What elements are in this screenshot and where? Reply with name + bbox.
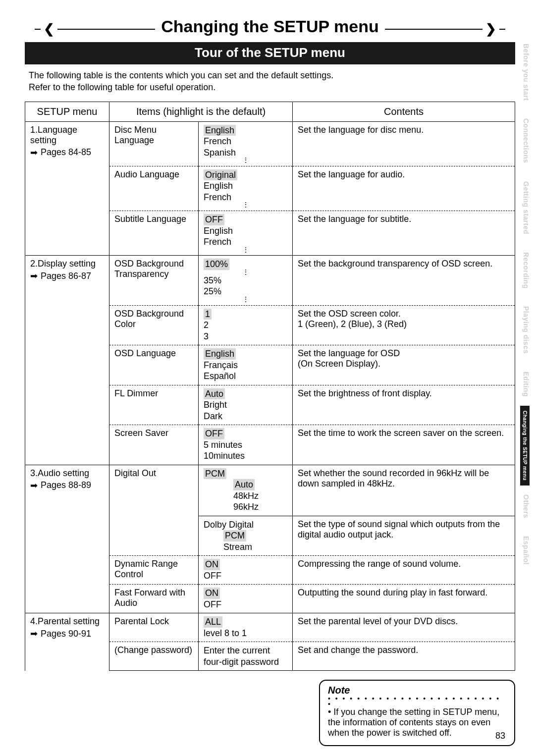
page-title-ornament: ❮ Changing the SETUP menu ❯ (35, 15, 505, 38)
tab-editing: Editing (520, 363, 532, 406)
tab-connections: Connections (520, 109, 532, 172)
note-body: If you change the setting in SETUP menu,… (328, 707, 499, 738)
note-box: Note • • • • • • • • • • • • • • • • • •… (319, 680, 515, 746)
note-separator-icon: • • • • • • • • • • • • • • • • • • • • … (328, 696, 506, 707)
arrow-right-icon (30, 147, 38, 158)
section-2-label: 2.Display setting (30, 259, 104, 269)
tab-others: Others (520, 486, 532, 527)
setup-table: SETUP menu Items (highlight is the defau… (25, 102, 515, 671)
section-3-label: 3.Audio setting (30, 468, 104, 479)
row-disc-menu-lang-item: Disc Menu Language (109, 121, 199, 166)
section-1-pages: Pages 84-85 (41, 147, 91, 158)
arrow-right-icon (30, 480, 38, 491)
tab-recording: Recording (520, 243, 532, 298)
th-setup-menu: SETUP menu (25, 102, 109, 121)
arrow-right-icon (30, 270, 38, 281)
page-title: Changing the SETUP menu (155, 15, 385, 38)
th-contents: Contents (293, 102, 515, 121)
tab-playing-discs: Playing discs (520, 297, 532, 363)
vertical-dots-icon: ⋮ (204, 158, 287, 163)
arrow-right-icon (30, 628, 38, 639)
intro-line-2: Refer to the following table for useful … (29, 81, 511, 93)
row-disc-menu-lang-desc: Set the language for disc menu. (293, 121, 515, 166)
section-1-label: 1.Language setting (30, 125, 104, 146)
th-items: Items (highlight is the default) (109, 102, 293, 121)
section-subtitle: Tour of the SETUP menu (25, 42, 515, 64)
tab-espanol: Español (520, 527, 532, 574)
ornament-left-icon: ❮ (41, 21, 57, 37)
ornament-right-icon: ❯ (482, 21, 499, 37)
tab-getting-started: Getting started (520, 172, 532, 243)
tab-before-you-start: Before you start (520, 35, 532, 109)
intro-line-1: The following table is the contents whic… (29, 69, 511, 81)
tab-changing-setup: Changing the SETUP menu (520, 406, 530, 486)
section-4-label: 4.Parental setting (30, 616, 104, 627)
side-tabs: Before you start Connections Getting sta… (520, 35, 535, 574)
page-number: 83 (495, 731, 505, 741)
